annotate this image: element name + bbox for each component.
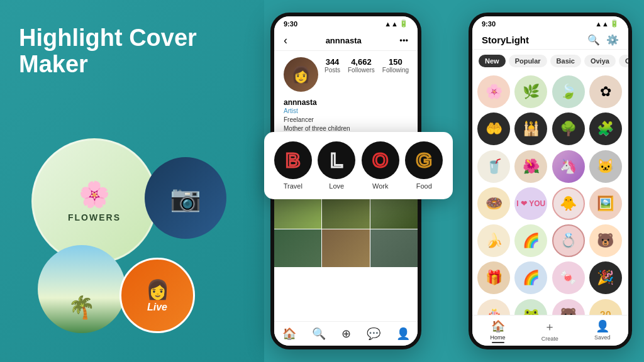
highlight-label-travel: Travel	[284, 182, 303, 190]
back-button[interactable]: ‹	[284, 34, 287, 47]
tab-popular[interactable]: Popular	[509, 55, 547, 67]
highlight-items: B Travel L Love O Work G Food	[274, 141, 443, 190]
create-icon: ＋	[544, 319, 555, 334]
highlight-work[interactable]: O Work	[362, 141, 399, 190]
highlight-label-love: Love	[329, 182, 344, 190]
profile-header: ‹ annnasta •••	[274, 31, 418, 51]
nav-home[interactable]: 🏠 Home	[491, 319, 506, 343]
nav-underline	[492, 342, 504, 343]
icon-cell-15[interactable]: 🐥	[552, 187, 585, 220]
icon-cell-20[interactable]: 🐻	[589, 224, 622, 257]
live-label: Live	[147, 302, 167, 313]
circle-live[interactable]: 👩 Live	[119, 258, 195, 333]
profile-nav-icon[interactable]: 👤	[396, 327, 410, 341]
icon-cell-23[interactable]: 🍬	[552, 261, 585, 294]
icon-cell-9[interactable]: 🥤	[477, 150, 510, 183]
more-button[interactable]: •••	[399, 36, 408, 45]
icon-cell-7[interactable]: 🌳	[552, 112, 585, 145]
home-icon: 🏠	[491, 319, 505, 333]
battery-icon: 🔋	[399, 19, 408, 28]
wifi-icon: ▲▲	[384, 20, 398, 28]
tab-new[interactable]: New	[479, 55, 506, 67]
live-avatar-icon: 👩	[146, 278, 169, 300]
phone-bottom-nav: 🏠 🔍 ⊕ 💬 👤	[274, 321, 418, 346]
photo-grid	[274, 191, 418, 267]
stat-posts: 344 Posts	[325, 57, 340, 74]
highlight-circle-o: O	[362, 141, 399, 179]
right-phone-header: StoryLight 🔍 ⚙️	[472, 31, 628, 50]
highlight-label-food: Food	[416, 182, 432, 190]
icon-cell-6[interactable]: 🕌	[514, 112, 547, 145]
tab-chic[interactable]: Chic	[619, 55, 628, 67]
settings-icon[interactable]: ⚙️	[606, 34, 619, 46]
icon-cell-13[interactable]: 🍩	[477, 187, 510, 220]
status-time-middle: 9:30	[284, 20, 297, 28]
search-nav-icon[interactable]: 🔍	[312, 327, 326, 341]
status-icons-right: ▲▲ 🔋	[595, 19, 619, 28]
home-nav-icon[interactable]: 🏠	[282, 327, 296, 341]
highlight-food[interactable]: G Food	[405, 141, 443, 190]
tab-oviya[interactable]: Oviya	[584, 55, 616, 67]
highlight-circle-g: G	[405, 141, 443, 179]
icon-cell-4[interactable]: ✿	[589, 75, 622, 108]
circles-area: 🌸 Flowers 📷 🌴 👩 Live	[19, 126, 258, 339]
circle-beach[interactable]: 🌴	[38, 245, 126, 333]
profile-picture: 👩	[284, 57, 318, 92]
icon-cell-5[interactable]: 🤲	[477, 112, 510, 145]
highlight-circle-l: L	[318, 141, 355, 179]
icon-cell-3[interactable]: 🍃	[552, 75, 585, 108]
icon-cell-16[interactable]: 🖼️	[589, 187, 622, 220]
right-bottom-nav: 🏠 Home ＋ Create 👤 Saved	[472, 315, 628, 346]
message-nav-icon[interactable]: 💬	[367, 327, 380, 341]
right-header-icons: 🔍 ⚙️	[587, 34, 619, 46]
headline: Highlight Cover Maker	[19, 25, 245, 78]
icon-cell-17[interactable]: 🍌	[477, 224, 510, 257]
profile-section: 👩 344 Posts 4,662 Followers 150 Followin…	[274, 51, 418, 98]
icon-cell-8[interactable]: 🧩	[589, 112, 622, 145]
status-bar-middle: 9:30 ▲▲ 🔋	[274, 16, 418, 31]
icon-cell-22[interactable]: 🌈	[514, 261, 547, 294]
status-time-right: 9:30	[482, 20, 496, 28]
profile-stats: 344 Posts 4,662 Followers 150 Following	[325, 57, 409, 74]
highlight-travel[interactable]: B Travel	[274, 141, 312, 190]
icon-cell-24[interactable]: 🎉	[589, 261, 622, 294]
photo-cell-6[interactable]	[370, 229, 418, 267]
status-bar-right: 9:30 ▲▲ 🔋	[472, 16, 628, 31]
icon-cell-2[interactable]: 🌿	[514, 75, 547, 108]
icon-cell-10[interactable]: 🌺	[514, 150, 547, 183]
highlights-popup: B Travel L Love O Work G Food	[264, 132, 453, 199]
highlight-love[interactable]: L Love	[318, 141, 355, 190]
icon-cell-18[interactable]: 🌈	[514, 224, 547, 257]
photo-cell-4[interactable]	[274, 229, 321, 267]
battery-icon-right: 🔋	[610, 19, 619, 28]
nav-create[interactable]: ＋ Create	[541, 319, 558, 343]
tab-basic[interactable]: Basic	[550, 55, 581, 67]
stat-following: 150 Following	[382, 57, 409, 74]
category-tabs: New Popular Basic Oviya Chic	[472, 50, 628, 72]
add-nav-icon[interactable]: ⊕	[341, 327, 351, 341]
left-section: Highlight Cover Maker 🌸 Flowers 📷 🌴 👩 Li…	[0, 0, 264, 362]
icon-cell-14[interactable]: I ❤ YOU	[514, 187, 547, 220]
icon-cell-11[interactable]: 🦄	[552, 150, 585, 183]
icon-cell-1[interactable]: 🌸	[477, 75, 510, 108]
flowers-label: Flowers	[68, 212, 121, 222]
stat-followers: 4,662 Followers	[348, 57, 375, 74]
search-icon[interactable]: 🔍	[587, 34, 600, 46]
icon-cell-12[interactable]: 🐱	[589, 150, 622, 183]
highlight-label-work: Work	[372, 182, 388, 190]
camera-icon: 📷	[170, 184, 201, 213]
phone-right: 9:30 ▲▲ 🔋 StoryLight 🔍 ⚙️ New Popular Ba…	[469, 13, 632, 349]
photo-cell-5[interactable]	[322, 229, 369, 267]
saved-icon: 👤	[596, 319, 609, 333]
highlight-circle-b: B	[274, 141, 312, 179]
storylight-title: StoryLight	[482, 35, 529, 45]
profile-username-header: annnasta	[326, 36, 362, 45]
wifi-icon-right: ▲▲	[595, 20, 609, 28]
circle-camera[interactable]: 📷	[145, 157, 226, 239]
status-icons-middle: ▲▲ 🔋	[384, 19, 408, 28]
palm-tree-icon: 🌴	[68, 295, 96, 321]
icon-cell-21[interactable]: 🎁	[477, 261, 510, 294]
icon-cell-19[interactable]: 💍	[552, 224, 585, 257]
nav-saved[interactable]: 👤 Saved	[594, 319, 611, 343]
icon-grid: 🌸 🌿 🍃 ✿ 🤲 🕌 🌳 🧩 🥤 🌺 🦄 🐱 🍩 I ❤ YOU 🐥 🖼️ 🍌…	[472, 72, 628, 336]
